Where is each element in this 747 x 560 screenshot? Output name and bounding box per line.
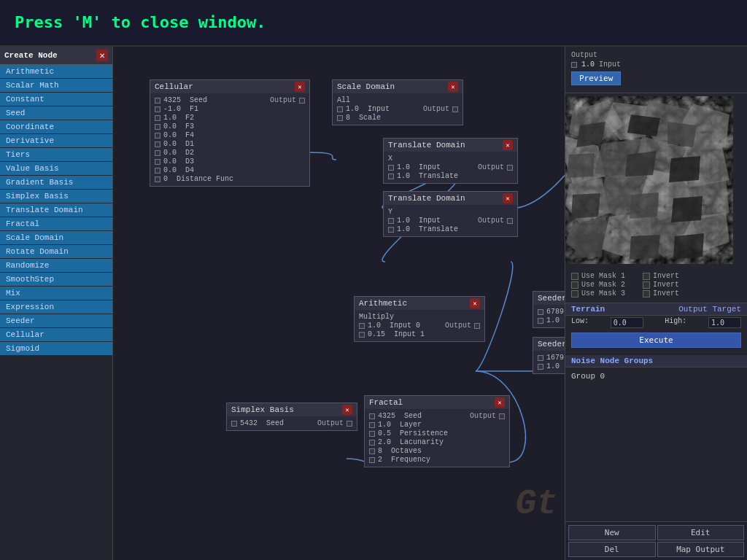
cellular-node-close[interactable]: ✕ [295,82,305,92]
sidebar-item-sigmoid[interactable]: Sigmoid [0,342,112,355]
port [538,309,543,315]
simplex-basis-title: Simplex Basis [231,405,294,414]
fractal-close[interactable]: ✕ [495,397,505,408]
port [388,174,394,179]
port [155,115,160,121]
arithmetic-close[interactable]: ✕ [470,298,480,308]
table-row: 1.0 Input Output [337,105,458,113]
svg-marker-24 [630,192,659,219]
port [538,318,543,324]
sidebar-item-constant[interactable]: Constant [0,93,112,106]
low-value-input[interactable] [611,317,643,328]
cellular-node-title: Cellular [155,82,193,91]
port [155,133,160,139]
sidebar-item-cellular[interactable]: Cellular [0,328,112,341]
create-node-close-btn[interactable]: ✕ [96,50,108,61]
table-row: 0 Distance Func [155,175,305,183]
translate-domain-x-node: Translate Domain ✕ X 1.0 Input Output 1.… [383,138,518,184]
sidebar-item-rotate-domain[interactable]: Rotate Domain [0,245,112,258]
port [337,106,343,112]
translate-domain-y-close[interactable]: ✕ [503,193,513,203]
table-row: 1.0 Input Output [388,217,513,225]
edit-button[interactable]: Edit [657,525,745,540]
use-mask-1-checkbox[interactable] [571,273,578,280]
table-row: Y [388,208,513,216]
map-output-button[interactable]: Map Output [657,542,745,557]
table-row: 8 Octaves [369,447,505,455]
table-row: 5432 Seed Output [231,419,352,427]
output-type: Input [599,61,621,69]
top-message: Press 'M' to close window. [0,0,280,44]
mask-section: Use Mask 1 Invert Use Mask 2 Invert Use … [565,267,747,303]
sidebar-item-seeder[interactable]: Seeder [0,314,112,327]
invert-1-checkbox[interactable] [643,273,650,280]
translate-domain-y-node: Translate Domain ✕ Y 1.0 Input Output 1.… [383,191,518,237]
right-panel: Output 1.0 Input Preview [565,47,747,560]
use-mask-2-checkbox[interactable] [571,281,578,289]
table-row: 4325 Seed Output [155,96,305,104]
port [155,106,160,112]
port-out [474,323,480,329]
del-button[interactable]: Del [568,542,656,557]
seeder1-title: Seeder [538,294,567,303]
high-value-input[interactable] [708,317,741,328]
seeder2-title: Seeder [538,340,567,349]
terrain-header: Terrain Output Target [565,303,747,316]
translate-domain-y-body: Y 1.0 Input Output 1.0 Translate [384,205,517,236]
port-out [347,421,352,427]
sidebar-item-value-basis[interactable]: Value Basis [0,162,112,175]
port-out [499,413,505,419]
sidebar-item-arithmetic[interactable]: Arithmetic [0,65,112,78]
arithmetic-body: Multiply 1.0 Input 0 Output 0.15 Input 1 [355,310,484,341]
sidebar-item-mix[interactable]: Mix [0,287,112,300]
sidebar-item-expression[interactable]: Expression [0,300,112,314]
sidebar-item-derivative[interactable]: Derivative [0,134,112,147]
port [388,165,394,171]
sidebar-item-translate-domain[interactable]: Translate Domain [0,203,112,217]
sidebar-item-randomize[interactable]: Randomize [0,259,112,272]
simplex-basis-close[interactable]: ✕ [342,405,352,415]
output-label: Output [571,51,597,59]
simplex-basis-body: 5432 Seed Output [227,416,357,430]
svg-marker-19 [667,122,697,147]
sidebar-item-coordinate[interactable]: Coordinate [0,120,112,133]
sidebar-item-scale-domain[interactable]: Scale Domain [0,231,112,244]
svg-marker-20 [567,153,595,178]
table-row: 1.0 Input Output [388,163,513,171]
translate-domain-x-close[interactable]: ✕ [503,140,513,150]
sidebar-item-seed[interactable]: Seed [0,106,112,120]
new-button[interactable]: New [568,525,656,540]
low-label: Low: [571,317,589,328]
sidebar-item-scalar-math[interactable]: Scalar Math [0,79,112,92]
preview-button[interactable]: Preview [571,71,621,85]
port-seed [155,98,160,104]
port-out [507,165,513,171]
sidebar-item-simplex-basis[interactable]: Simplex Basis [0,190,112,203]
fractal-body: 4325 Seed Output 1.0 Layer 0.5 Persisten… [365,409,509,467]
arithmetic-title: Arithmetic [359,299,407,308]
sidebar-item-fractal[interactable]: Fractal [0,217,112,230]
output-value: 1.0 [581,61,595,69]
svg-marker-17 [576,122,605,147]
port-out [452,106,458,112]
sidebar-item-tiers[interactable]: Tiers [0,148,112,161]
port [538,364,543,370]
arithmetic-header: Arithmetic ✕ [355,297,484,310]
port [155,176,160,182]
group-0-item[interactable]: Group 0 [571,370,741,382]
port [359,332,365,338]
sidebar-item-gradient-basis[interactable]: Gradient Basis [0,176,112,189]
use-mask-3-checkbox[interactable] [571,290,578,298]
invert-3-checkbox[interactable] [643,290,650,298]
invert-1-label: Invert [653,272,679,280]
node-type-list: ArithmeticScalar MathConstantSeedCoordin… [0,65,112,355]
fractal-node: Fractal ✕ 4325 Seed Output 1.0 Layer 0.5… [364,395,510,467]
scale-domain-close[interactable]: ✕ [448,82,458,92]
invert-2-checkbox[interactable] [643,281,650,289]
sidebar-item-smoothstep[interactable]: SmoothStep [0,273,112,286]
execute-button[interactable]: Execute [571,332,741,348]
table-row: 1.0 Translate [388,225,513,233]
mask-row-2: Use Mask 2 Invert [571,281,741,289]
translate-domain-y-header: Translate Domain ✕ [384,192,517,205]
invert-2-label: Invert [653,281,679,289]
